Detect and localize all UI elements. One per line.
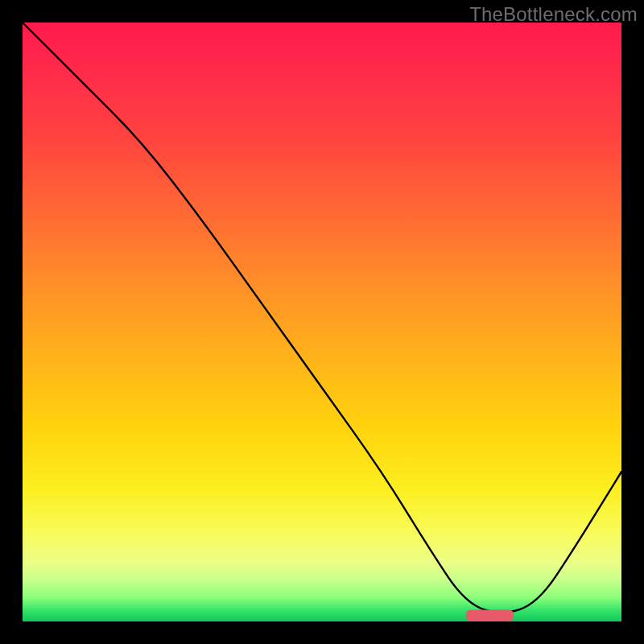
plot-area	[23, 23, 621, 621]
chart-frame: TheBottleneck.com	[0, 0, 644, 644]
bottleneck-curve-svg	[23, 23, 621, 621]
watermark-text: TheBottleneck.com	[469, 3, 638, 26]
optimal-marker	[466, 610, 514, 621]
bottleneck-curve	[23, 23, 621, 613]
